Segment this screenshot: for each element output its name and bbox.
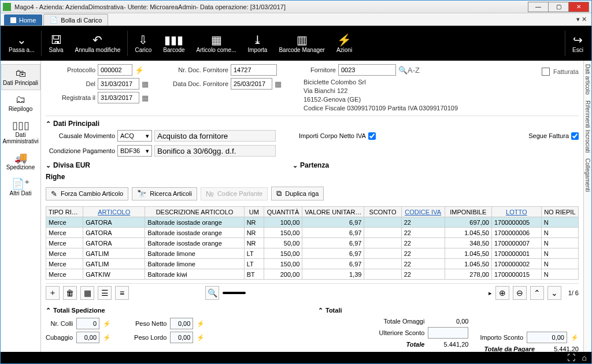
sidebar-item-altri-dati[interactable]: 📄⁺Altri Dati <box>1 174 40 200</box>
importo-sconto-input[interactable] <box>527 332 567 343</box>
scroll-right-icon[interactable]: ▸ <box>489 289 492 297</box>
section-totali-spedizione[interactable]: ⌃Totali Spedizione <box>46 306 306 315</box>
rows-grid[interactable]: TIPO RIGA ARTICOLO DESCRIZIONE ARTICOLO … <box>46 206 579 280</box>
causale-dropdown[interactable]: ACQ▾ <box>117 130 152 142</box>
col-imponibile[interactable]: IMPONIBILE <box>445 207 491 217</box>
ulteriore-label: Ulteriore Sconto <box>379 329 425 336</box>
actions-icon: ⚡ <box>337 34 352 46</box>
sidebar-item-dati-amministrativi[interactable]: ▯▯▯Dati Amministrativi <box>1 116 40 148</box>
calendar-icon[interactable]: ▦ <box>142 94 149 102</box>
ribbon-azioni[interactable]: ⚡Azioni <box>331 32 358 55</box>
add-row-button[interactable]: ＋ <box>46 286 60 300</box>
bolt-icon[interactable]: ⚡ <box>103 320 111 328</box>
col-tipo[interactable]: TIPO RIGA <box>46 207 83 217</box>
registrata-input[interactable] <box>98 92 139 103</box>
forza-cambio-articolo-button[interactable]: ✎Forza Cambio Articolo <box>46 187 128 200</box>
pesonetto-input[interactable] <box>170 318 193 329</box>
table-row[interactable]: MerceGATKIWBaltorade kiwiBT200,001,39222… <box>46 269 579 280</box>
bolt-icon[interactable]: ⚡ <box>197 334 205 341</box>
ribbon-carico[interactable]: ⇩Carico <box>129 32 157 55</box>
col-um[interactable]: UM <box>244 207 264 217</box>
resize-icon[interactable]: ⛶ <box>567 353 575 362</box>
tab-close-icon[interactable]: ▾ ✕ <box>576 16 587 23</box>
ricerca-articoli-button[interactable]: 🔭Ricerca Articoli <box>132 187 197 200</box>
ribbon-articolo[interactable]: ▦Articolo come... <box>191 32 242 55</box>
undo-icon: ↶ <box>92 34 102 46</box>
ribbon-passa[interactable]: ⌄Passa a... <box>3 32 40 55</box>
sidebar-item-riepilogo[interactable]: 🗂Riepilogo <box>1 90 40 116</box>
maximize-button[interactable]: ▢ <box>548 2 569 12</box>
fornitore-input[interactable] <box>338 64 396 76</box>
rtab-collegamenti[interactable]: Collegamenti <box>584 158 591 192</box>
sidebar-item-dati-principali[interactable]: 🛍Dati Principali <box>1 64 40 90</box>
del-input[interactable] <box>98 78 139 90</box>
right-tabs: Dati articolo Riferimenti Incrociati Col… <box>583 61 591 352</box>
bolt-icon[interactable]: ⚡ <box>197 320 205 328</box>
importi-netto-iva[interactable]: Importi Corpo Netto IVA <box>299 132 376 140</box>
table-row[interactable]: MerceGATORABaltorade isostade orangeNR15… <box>46 228 579 238</box>
rtab-dati-articolo[interactable]: Dati articolo <box>584 64 591 95</box>
tab-home[interactable]: Home <box>4 14 42 25</box>
minimize-button[interactable]: — <box>528 2 549 12</box>
col-codice-iva[interactable]: CODICE IVA <box>401 207 445 217</box>
table-row[interactable]: MerceGATLIMBaltorade limoneLT150,006,972… <box>46 259 579 269</box>
zoom-in-button[interactable]: ⊕ <box>495 286 509 300</box>
ribbon-importa[interactable]: ⤓Importa <box>242 32 273 55</box>
ulteriore-input[interactable] <box>428 327 468 339</box>
nrcolli-input[interactable] <box>76 318 99 329</box>
section-dati-principali[interactable]: ⌃Dati Principali <box>46 120 579 128</box>
protocollo-input[interactable] <box>98 64 132 76</box>
chevron-down-icon: ▾ <box>146 132 149 140</box>
bolt-icon[interactable]: ⚡ <box>103 334 111 341</box>
tab-document[interactable]: 📄Bolla di Carico <box>43 14 108 25</box>
datadoc-input[interactable] <box>231 78 272 90</box>
ribbon-salva[interactable]: 🖫Salva <box>43 32 69 55</box>
calendar-icon[interactable]: ▦ <box>275 80 282 88</box>
nrdoc-input[interactable] <box>231 64 277 76</box>
form-view-button[interactable]: ☰ <box>98 286 112 300</box>
save-icon: 🖫 <box>50 34 62 46</box>
section-totali[interactable]: ⌃Totali <box>318 306 579 315</box>
chevron-up-icon: ⌃ <box>46 120 51 128</box>
bolt-icon[interactable]: ⚡ <box>135 66 144 75</box>
condizione-dropdown[interactable]: BDF36▾ <box>117 145 152 157</box>
registrata-label: Registrata il <box>46 94 95 101</box>
ribbon-annulla[interactable]: ↶Annulla modifiche <box>69 32 126 55</box>
list-view-button[interactable]: ≡ <box>115 286 129 300</box>
table-row[interactable]: MerceGATLIMBaltorade limoneLT150,006,972… <box>46 248 579 259</box>
rtab-riferimenti[interactable]: Riferimenti Incrociati <box>584 101 591 153</box>
ribbon-barcode[interactable]: ▮▮▮Barcode <box>157 32 190 55</box>
cubaggio-input[interactable] <box>76 332 99 343</box>
duplica-riga-button[interactable]: ⧉Duplica riga <box>271 187 324 200</box>
col-lotto[interactable]: LOTTO <box>492 207 542 217</box>
search-grid-button[interactable]: 🔍 <box>205 286 219 300</box>
ribbon-barcode-manager[interactable]: ▥Barcode Manager <box>273 32 331 55</box>
table-row[interactable]: MerceGATORABaltorade isostade orangeNR50… <box>46 238 579 248</box>
segue-fattura[interactable]: Segue Fattura <box>528 132 579 140</box>
bolt-icon[interactable]: ⚡ <box>571 334 579 341</box>
slider-icon[interactable] <box>223 292 246 294</box>
codice-parlante-button: №Codice Parlante <box>201 187 268 200</box>
row-up-button[interactable]: ⌃ <box>530 286 544 300</box>
home-footer-icon[interactable]: ⌂ <box>582 353 587 362</box>
section-partenza[interactable]: ⌄Partenza <box>293 161 329 169</box>
lookup-icon[interactable]: 🔍A-Z <box>398 66 420 75</box>
pesolordo-input[interactable] <box>170 332 193 343</box>
zoom-out-button[interactable]: ⊖ <box>513 286 527 300</box>
row-down-button[interactable]: ⌄ <box>547 286 561 300</box>
grid-view-button[interactable]: ▦ <box>80 286 94 300</box>
sidebar-item-spedizione[interactable]: 🚚Spedizione <box>1 148 40 174</box>
col-articolo[interactable]: ARTICOLO <box>83 207 145 217</box>
cubaggio-label: Cubaggio <box>46 334 73 341</box>
col-descrizione[interactable]: DESCRIZIONE ARTICOLO <box>145 207 244 217</box>
col-no-riepil[interactable]: NO RIEPIL <box>541 207 578 217</box>
col-sconto[interactable]: SCONTO <box>364 207 401 217</box>
col-valore-unitario[interactable]: VALORE UNITARIO <box>302 207 364 217</box>
close-button[interactable]: ✕ <box>568 2 589 12</box>
col-quantita[interactable]: QUANTITÀ <box>264 207 302 217</box>
ribbon-esci[interactable]: ↪Esci <box>567 32 589 55</box>
section-divisa[interactable]: ⌄Divisa EUR <box>46 161 90 169</box>
table-row[interactable]: MerceGATORABaltorade isostade orangeNR10… <box>46 217 579 228</box>
delete-row-button[interactable]: 🗑 <box>63 286 77 300</box>
calendar-icon[interactable]: ▦ <box>142 80 149 88</box>
